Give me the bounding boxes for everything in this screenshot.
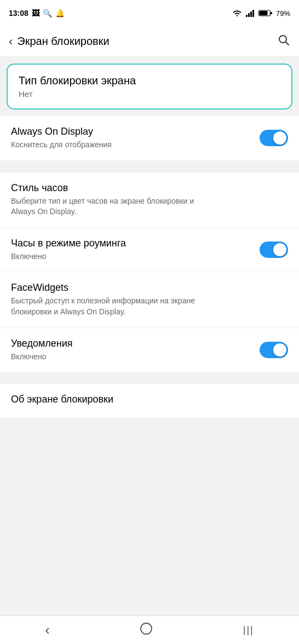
page-title: Экран блокировки [17,35,109,48]
svg-line-8 [286,42,289,45]
svg-rect-5 [271,12,272,14]
battery-percent: 79% [276,9,290,18]
divider-1 [0,160,299,166]
svg-point-9 [141,623,152,634]
roaming-clock-toggle[interactable] [260,242,288,258]
roaming-clock-item[interactable]: Часы в режиме роуминга Включено [0,228,299,273]
notifications-text: Уведомления Включено [11,338,253,363]
group-aod: Always On Display Коснитесь для отображе… [0,116,299,160]
svg-rect-6 [259,11,267,15]
notifications-description: Включено [11,352,219,363]
aod-toggle-track [260,130,288,146]
svg-rect-2 [250,12,252,17]
aod-toggle-thumb [273,131,286,145]
about-lock-screen-title: Об экране блокировки [11,394,288,405]
divider-2 [0,372,299,377]
page-header: ‹ Экран блокировки [0,26,299,57]
nav-back-button[interactable]: ‹ [32,617,63,643]
notifications-toggle-track [260,342,288,358]
aod-text: Always On Display Коснитесь для отображе… [11,126,253,151]
roaming-clock-toggle-thumb [273,243,286,256]
battery-icon [258,9,273,17]
status-bar: 13:08 🖼 🔍 🔔 79% [0,0,299,26]
back-button[interactable]: ‹ [9,34,13,49]
roaming-clock-text: Часы в режиме роуминга Включено [11,238,253,262]
clock-style-title: Стиль часов [11,182,288,194]
dnd-icon: 🔔 [55,9,65,18]
roaming-clock-description: Включено [11,251,219,262]
facewidgets-title: FaceWidgets [11,282,288,294]
content-area: Тип блокировки экрана Нет Always On Disp… [0,57,299,450]
aod-description: Коснитесь для отображения [11,140,219,151]
clock-style-item[interactable]: Стиль часов Выберите тип и цвет часов на… [0,173,299,228]
svg-rect-1 [248,13,250,17]
lock-type-subtitle: Нет [19,89,280,99]
bottom-navigation: ‹ ||| [0,616,299,644]
aod-toggle[interactable] [260,130,288,146]
clock-style-description: Выберите тип и цвет часов на экране блок… [11,196,219,217]
status-indicators: 79% [232,9,290,18]
notifications-toggle[interactable] [260,342,288,358]
bottom-spacer [0,417,299,450]
lock-type-title: Тип блокировки экрана [19,74,280,87]
notifications-title: Уведомления [11,338,253,349]
facewidgets-text: FaceWidgets Быстрый доступ к полезной ин… [11,282,288,317]
facewidgets-description: Быстрый доступ к полезной информации на … [11,296,219,317]
facewidgets-item[interactable]: FaceWidgets Быстрый доступ к полезной ин… [0,272,299,327]
aod-item[interactable]: Always On Display Коснитесь для отображе… [0,116,299,160]
roaming-clock-title: Часы в режиме роуминга [11,238,253,249]
svg-rect-0 [246,15,248,17]
clock-style-text: Стиль часов Выберите тип и цвет часов на… [11,182,288,217]
about-lock-screen-text: Об экране блокировки [11,394,288,407]
notifications-toggle-thumb [273,343,286,357]
nav-recent-button[interactable]: ||| [230,620,267,640]
wifi-icon [232,9,242,17]
search-status-icon: 🔍 [43,9,52,18]
photo-icon: 🖼 [32,9,39,18]
svg-rect-3 [252,10,254,17]
roaming-clock-toggle-track [260,242,288,258]
aod-title: Always On Display [11,126,253,137]
status-time: 13:08 🖼 🔍 🔔 [9,9,65,18]
notifications-item[interactable]: Уведомления Включено [0,328,299,372]
lock-type-item[interactable]: Тип блокировки экрана Нет [7,64,292,110]
about-lock-screen-item[interactable]: Об экране блокировки [0,384,299,417]
group-main: Стиль часов Выберите тип и цвет часов на… [0,173,299,372]
signal-icon [245,9,255,17]
nav-home-button[interactable] [127,618,166,643]
header-left: ‹ Экран блокировки [9,34,110,49]
search-button[interactable] [277,33,290,50]
time-text: 13:08 [9,9,28,18]
group-about: Об экране блокировки [0,384,299,417]
